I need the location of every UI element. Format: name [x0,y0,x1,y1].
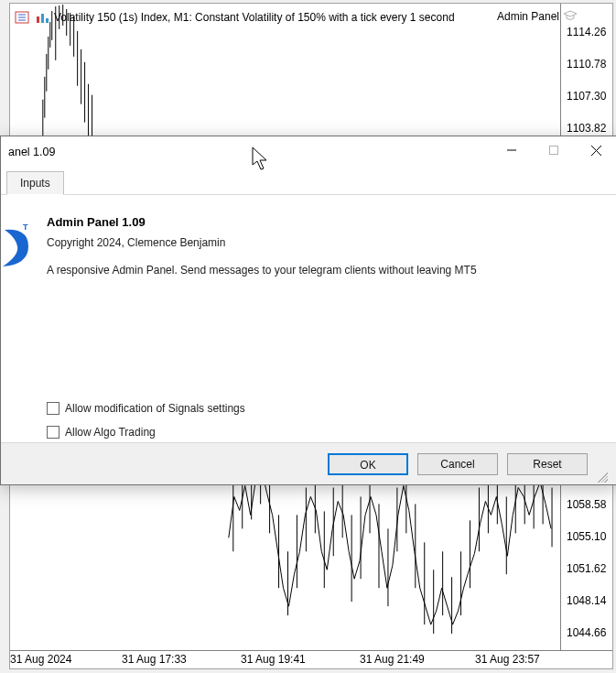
y-tick: 1048.14 [567,594,606,607]
y-tick: 1110.78 [567,58,606,71]
x-tick: 31 Aug 17:33 [122,653,187,666]
app-description: A responsive Admin Panel. Send messages … [47,264,604,277]
bars-icon[interactable] [34,10,50,25]
app-logo-icon: T [1,221,32,274]
dialog-tabs: Inputs [1,168,616,195]
minimize-button[interactable] [491,136,533,164]
doc-icon[interactable] [14,10,30,25]
app-title: Admin Panel 1.09 [47,215,604,229]
y-tick: 1114.26 [567,26,606,38]
reset-button[interactable]: Reset [507,453,588,475]
app-copyright: Copyright 2024, Clemence Benjamin [47,236,604,249]
y-tick: 1058.58 [567,498,606,511]
maximize-button [533,136,575,164]
checkbox-label: Allow Algo Trading [65,426,156,439]
svg-rect-6 [46,18,49,23]
x-tick: 31 Aug 19:41 [241,653,306,666]
x-tick: 31 Aug 21:49 [360,653,425,666]
x-tick: 31 Aug 23:57 [475,653,540,666]
checkbox-icon[interactable] [47,426,59,439]
tab-inputs[interactable]: Inputs [6,171,64,195]
svg-rect-61 [550,147,558,155]
properties-dialog: anel 1.09 Inputs T Admin Panel 1.09 Copy… [0,136,616,485]
checkbox-row-signals[interactable]: Allow modification of Signals settings [47,402,245,415]
chart-overlay-ea-label: Admin Panel [497,10,559,23]
ok-button[interactable]: OK [328,453,408,475]
y-tick: 1051.62 [567,562,606,575]
svg-rect-4 [37,16,39,23]
y-tick: 1044.66 [567,626,606,639]
graduation-cap-icon [563,9,578,24]
x-tick: 31 Aug 2024 [10,653,71,666]
x-axis: 31 Aug 2024 31 Aug 17:33 31 Aug 19:41 31… [10,650,612,668]
close-button[interactable] [575,136,616,164]
resize-grip-icon[interactable] [595,470,608,483]
y-tick: 1103.82 [567,122,606,135]
window-controls [491,136,616,168]
y-tick: 1055.10 [567,530,606,543]
svg-rect-5 [41,14,44,23]
chart-title: Volatility 150 (1s) Index, M1: Constant … [54,11,455,24]
dialog-titlebar[interactable]: anel 1.09 [1,136,616,168]
checkbox-row-algo[interactable]: Allow Algo Trading [47,426,245,439]
checkbox-icon[interactable] [47,402,59,415]
dialog-footer: OK Cancel Reset [1,442,616,484]
dialog-body: T Admin Panel 1.09 Copyright 2024, Cleme… [1,195,616,442]
dialog-title: anel 1.09 [8,146,491,158]
y-tick: 1107.30 [567,90,606,103]
checkbox-label: Allow modification of Signals settings [65,402,245,415]
svg-text:T: T [23,223,28,232]
cancel-button[interactable]: Cancel [417,453,498,475]
